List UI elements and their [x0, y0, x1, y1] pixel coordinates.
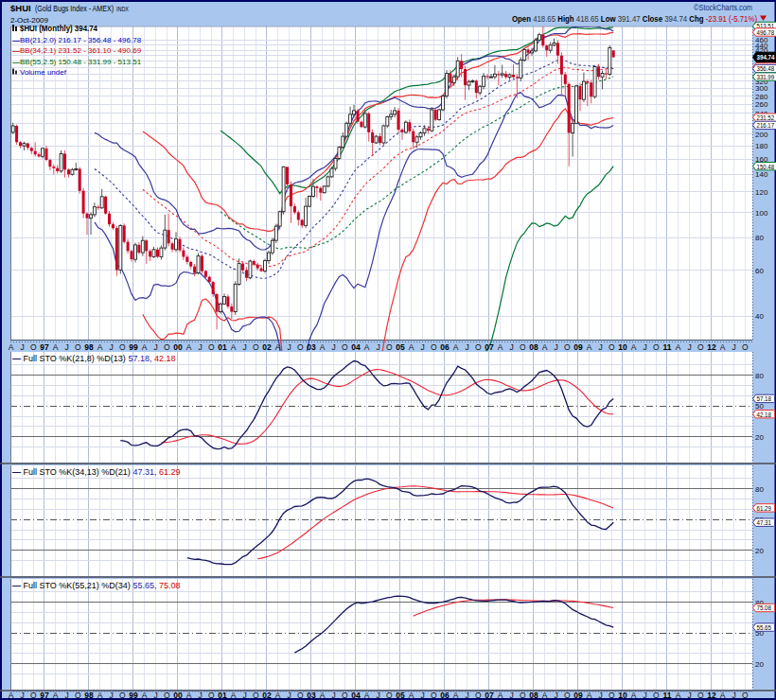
- svg-text:J: J: [643, 342, 646, 352]
- svg-text:J: J: [109, 691, 113, 700]
- svg-text:O: O: [742, 691, 749, 700]
- svg-text:O: O: [164, 691, 170, 700]
- svg-text:150.48: 150.48: [757, 163, 775, 171]
- svg-text:Volume undef: Volume undef: [20, 68, 67, 77]
- svg-text:A: A: [542, 342, 548, 352]
- svg-text:$HUI (Monthly) 394.74: $HUI (Monthly) 394.74: [20, 24, 97, 33]
- svg-text:O: O: [520, 342, 526, 352]
- svg-text:O: O: [30, 691, 37, 700]
- svg-text:J: J: [198, 342, 202, 352]
- svg-text:J: J: [598, 342, 602, 352]
- svg-text:O: O: [75, 691, 81, 700]
- svg-text:02: 02: [262, 691, 272, 700]
- svg-text:J: J: [331, 691, 335, 700]
- svg-text:J: J: [687, 342, 691, 352]
- svg-text:06: 06: [440, 342, 450, 352]
- svg-text:J: J: [509, 342, 513, 352]
- svg-text:A: A: [676, 691, 681, 700]
- svg-text:00: 00: [173, 691, 183, 700]
- svg-text:80: 80: [755, 234, 764, 242]
- svg-text:O: O: [253, 342, 259, 352]
- svg-text:496.78: 496.78: [757, 28, 775, 37]
- svg-text:—BB(21,2.0) 216.17 - 356.48 -: —BB(21,2.0) 216.17 - 356.48 - 496.78: [12, 36, 142, 44]
- svg-text:J: J: [153, 342, 157, 352]
- svg-text:O: O: [564, 342, 571, 352]
- svg-text:08: 08: [529, 691, 538, 700]
- svg-text:O: O: [208, 691, 215, 700]
- svg-text:A: A: [364, 342, 370, 352]
- svg-text:A: A: [676, 342, 681, 352]
- svg-text:60: 60: [755, 267, 764, 275]
- svg-text:INDX: INDX: [116, 5, 129, 13]
- svg-text:A: A: [498, 691, 503, 700]
- svg-text:J: J: [643, 691, 646, 700]
- svg-text:J: J: [554, 342, 557, 352]
- svg-text:A: A: [364, 691, 370, 700]
- svg-text:A: A: [9, 342, 14, 352]
- svg-text:J: J: [465, 342, 468, 352]
- svg-text:— Full STO %K(55,21) %D(34) 55: — Full STO %K(55,21) %D(34) 55.65, 75.08: [12, 581, 180, 590]
- svg-text:A: A: [97, 342, 103, 352]
- svg-text:03: 03: [307, 342, 316, 352]
- svg-text:J: J: [598, 691, 602, 700]
- svg-text:O: O: [297, 691, 304, 700]
- svg-text:12: 12: [707, 691, 716, 700]
- svg-text:12: 12: [707, 342, 716, 352]
- svg-text:08: 08: [529, 342, 538, 352]
- svg-text:A: A: [186, 342, 192, 352]
- svg-text:O: O: [431, 342, 437, 352]
- svg-text:A: A: [453, 691, 459, 700]
- svg-text:O: O: [297, 342, 304, 352]
- svg-text:— Full STO %K(34,13) %D(21) 47: — Full STO %K(34,13) %D(21) 47.31, 61.29: [12, 467, 180, 477]
- svg-text:O: O: [253, 691, 259, 700]
- svg-text:J: J: [64, 342, 68, 352]
- svg-text:J: J: [287, 342, 291, 352]
- svg-text:A: A: [409, 342, 414, 352]
- svg-text:J: J: [509, 691, 513, 700]
- svg-text:J: J: [376, 691, 379, 700]
- svg-text:A: A: [9, 691, 14, 700]
- svg-text:A: A: [720, 691, 726, 700]
- svg-text:280: 280: [755, 93, 768, 101]
- svg-text:O: O: [742, 342, 749, 352]
- svg-text:J: J: [420, 342, 424, 352]
- svg-text:O: O: [608, 342, 615, 352]
- svg-text:300: 300: [755, 84, 768, 93]
- svg-text:A: A: [720, 342, 726, 352]
- svg-text:02: 02: [262, 342, 272, 352]
- svg-text:O: O: [30, 342, 37, 352]
- svg-text:J: J: [64, 691, 68, 700]
- svg-text:A: A: [231, 691, 237, 700]
- svg-text:100: 100: [755, 209, 768, 218]
- svg-text:A: A: [53, 342, 59, 352]
- svg-text:99: 99: [129, 342, 138, 352]
- svg-text:O: O: [386, 342, 393, 352]
- svg-text:J: J: [331, 342, 335, 352]
- svg-text:O: O: [520, 691, 526, 700]
- svg-text:A: A: [587, 691, 592, 700]
- svg-text:97: 97: [40, 342, 49, 352]
- svg-text:A: A: [186, 691, 192, 700]
- svg-text:A: A: [275, 342, 281, 352]
- svg-text:10: 10: [618, 691, 627, 700]
- svg-text:(Gold Bugs Index - AMEX): (Gold Bugs Index - AMEX): [35, 4, 114, 13]
- svg-text:O: O: [697, 691, 704, 700]
- svg-text:O: O: [608, 691, 615, 700]
- svg-text:A: A: [409, 691, 414, 700]
- svg-text:11: 11: [663, 342, 672, 352]
- svg-text:O: O: [119, 691, 126, 700]
- svg-text:A: A: [631, 691, 637, 700]
- svg-text:J: J: [687, 691, 691, 700]
- svg-text:J: J: [732, 691, 735, 700]
- svg-text:A: A: [275, 691, 281, 700]
- svg-text:09: 09: [573, 342, 583, 352]
- svg-text:J: J: [109, 342, 113, 352]
- svg-text:A: A: [97, 691, 103, 700]
- svg-text:A: A: [542, 691, 548, 700]
- svg-text:07: 07: [485, 691, 494, 700]
- svg-text:Open 418.65 High 418.65 Low 39: Open 418.65 High 418.65 Low 391.47 Close…: [512, 14, 757, 24]
- svg-text:120: 120: [755, 188, 768, 197]
- svg-text:99: 99: [129, 691, 138, 700]
- svg-text:O: O: [164, 342, 170, 352]
- svg-text:55.65: 55.65: [757, 623, 772, 632]
